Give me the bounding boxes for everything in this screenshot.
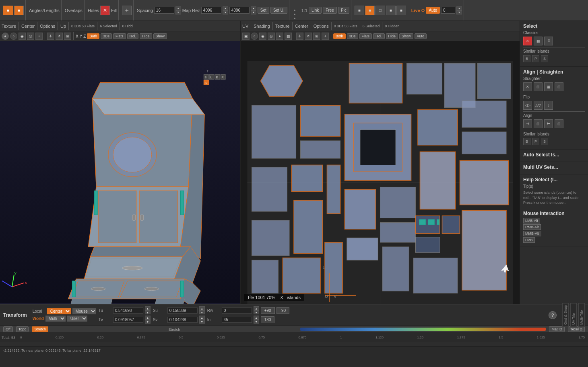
tu-input[interactable] — [113, 308, 143, 314]
spacing-up[interactable]: ▲ — [175, 6, 181, 10]
uv-icon-4[interactable]: ■ — [386, 6, 396, 15]
flats-btn-uv[interactable]: Flats — [359, 33, 372, 39]
tv-input[interactable] — [113, 317, 143, 323]
map-rez-input2[interactable] — [229, 7, 250, 14]
texel-d-btn[interactable]: Texel D — [568, 326, 585, 332]
mat-id-btn[interactable]: Mat ID — [549, 326, 565, 332]
3ds-btn-left[interactable]: 3Ds — [101, 33, 112, 39]
rw-input[interactable] — [222, 308, 252, 314]
map-rez-input[interactable] — [201, 7, 221, 14]
topo-btn[interactable]: Topo — [16, 326, 29, 332]
center-dropdown[interactable]: Center — [47, 308, 71, 314]
both-btn-uv[interactable]: Both — [333, 33, 346, 39]
hide-btn-uv[interactable]: Hide — [386, 33, 398, 39]
minus90-btn[interactable]: -90 — [276, 307, 289, 314]
isol-btn-left[interactable]: Isol. — [127, 33, 139, 39]
plus90-btn[interactable]: +90 — [261, 307, 275, 314]
link-button[interactable]: Link — [309, 7, 322, 14]
flats-btn-left[interactable]: Flats — [113, 33, 126, 39]
viewport-3d[interactable]: Texture Center Options Up 0 3Ds 53 Flats… — [0, 21, 241, 304]
hide-btn-left[interactable]: Hide — [140, 33, 152, 39]
transform-help-btn[interactable]: ? — [549, 311, 557, 319]
tu-down[interactable]: ▼ — [145, 310, 151, 314]
b2-btn[interactable]: B — [523, 138, 530, 145]
maprez-up[interactable]: ▲ — [223, 6, 228, 10]
in-down[interactable]: ▼ — [254, 320, 259, 324]
straighten-dot-btn[interactable]: ⊟ — [555, 82, 563, 91]
select-x-btn[interactable]: ✕ — [523, 37, 532, 45]
spacing-input[interactable] — [154, 7, 174, 14]
tu-up[interactable]: ▲ — [145, 306, 151, 310]
move-icon[interactable]: ✛ — [47, 33, 54, 40]
s-btn[interactable]: S — [541, 55, 548, 62]
shape-circle-dash[interactable]: ◎ — [27, 33, 34, 40]
set-button[interactable]: Set — [258, 7, 269, 14]
align-left-btn[interactable]: ⊣ — [523, 119, 532, 128]
uv-shape-6[interactable]: ▦ — [285, 33, 292, 40]
uv-shape-4[interactable]: ◎ — [268, 33, 275, 40]
tv-down[interactable]: ▼ — [145, 320, 151, 324]
isol-btn-uv[interactable]: Isol. — [373, 33, 385, 39]
plus-icon[interactable]: + — [122, 6, 132, 15]
uv-rot-icon[interactable]: ↺ — [305, 33, 312, 40]
uv-icon-1[interactable]: ■ — [355, 6, 364, 15]
show-btn-left[interactable]: Show — [153, 33, 167, 39]
select-dots-btn[interactable]: ⠿ — [544, 37, 553, 45]
straighten-x-btn[interactable]: ✕ — [523, 82, 532, 91]
rotate-icon[interactable]: ↺ — [56, 33, 63, 40]
flip-h-btn[interactable]: ◁▷ — [523, 101, 532, 110]
rw-up[interactable]: ▲ — [254, 306, 259, 310]
sv-up[interactable]: ▲ — [199, 316, 205, 320]
viewport-uv[interactable]: UV Shading Texture Center Options 0 3Ds … — [241, 21, 520, 304]
maprez2-down[interactable]: ▼ — [251, 10, 256, 14]
3ds-btn-uv[interactable]: 3Ds — [347, 33, 358, 39]
straighten-align-btn[interactable]: ⊞ — [534, 82, 543, 91]
rw-down[interactable]: ▼ — [254, 310, 259, 314]
pic-button[interactable]: Pic — [338, 7, 349, 14]
logo-icon-2[interactable]: ■ — [14, 6, 24, 15]
zero-up[interactable]: ▲ — [456, 6, 462, 10]
free-button[interactable]: Free — [323, 7, 337, 14]
shape-dot[interactable]: • — [35, 33, 43, 40]
logo-icon-1[interactable]: ■ — [3, 6, 13, 15]
maprez2-up[interactable]: ▲ — [251, 6, 256, 10]
su-down[interactable]: ▼ — [199, 310, 205, 314]
zero-input[interactable] — [441, 7, 455, 14]
both-btn-left[interactable]: Both — [87, 33, 99, 39]
align-extra-btn[interactable]: ⊟ — [555, 119, 563, 128]
off-btn[interactable]: Off — [3, 326, 13, 332]
uv-shape-3[interactable]: ◉ — [259, 33, 266, 40]
in-up[interactable]: ▲ — [254, 316, 259, 320]
uv-scale-icon[interactable]: ⊞ — [313, 33, 320, 40]
s2-btn[interactable]: S — [541, 138, 548, 145]
uv-icon-2[interactable]: ■ — [365, 6, 375, 15]
sv-input[interactable] — [167, 317, 198, 323]
shape-circle-solid[interactable]: ● — [2, 33, 9, 40]
deg180-btn[interactable]: 180 — [261, 316, 275, 323]
su-up[interactable]: ▲ — [199, 306, 205, 310]
uv-shape-2[interactable]: ○ — [251, 33, 258, 40]
select-grid-btn[interactable]: ▦ — [534, 37, 543, 45]
user-dropdown[interactable]: User — [67, 316, 87, 322]
stretch-btn[interactable]: Stretch — [32, 326, 48, 332]
shape-circle-dotted[interactable]: ◉ — [19, 33, 26, 40]
show-btn-uv[interactable]: Show — [399, 33, 413, 39]
maprez-down[interactable]: ▼ — [223, 10, 228, 14]
align-center-btn[interactable]: ⊞ — [534, 119, 543, 128]
shape-circle-outline[interactable]: ○ — [10, 33, 17, 40]
fill-x-button[interactable]: ✕ — [100, 6, 110, 15]
straighten-grid-btn[interactable]: ▦ — [544, 82, 553, 91]
sv-down[interactable]: ▼ — [199, 320, 205, 324]
scale-icon[interactable]: ⊞ — [64, 33, 71, 40]
p2-btn[interactable]: P — [532, 138, 539, 145]
auto-btn-uv[interactable]: Auto — [415, 33, 427, 39]
set-u-button[interactable]: Set U. — [270, 7, 287, 14]
multi-dropdown[interactable]: Multi — [45, 316, 66, 322]
uv-shape-1[interactable]: ▣ — [242, 33, 250, 40]
zero-down[interactable]: ▼ — [456, 10, 462, 14]
p-btn[interactable]: P — [532, 55, 539, 62]
align-right-btn[interactable]: ⊢ — [544, 119, 553, 128]
spacing-down[interactable]: ▼ — [175, 10, 181, 14]
in-input[interactable] — [222, 317, 252, 323]
uv-move-icon[interactable]: ✛ — [296, 33, 303, 40]
